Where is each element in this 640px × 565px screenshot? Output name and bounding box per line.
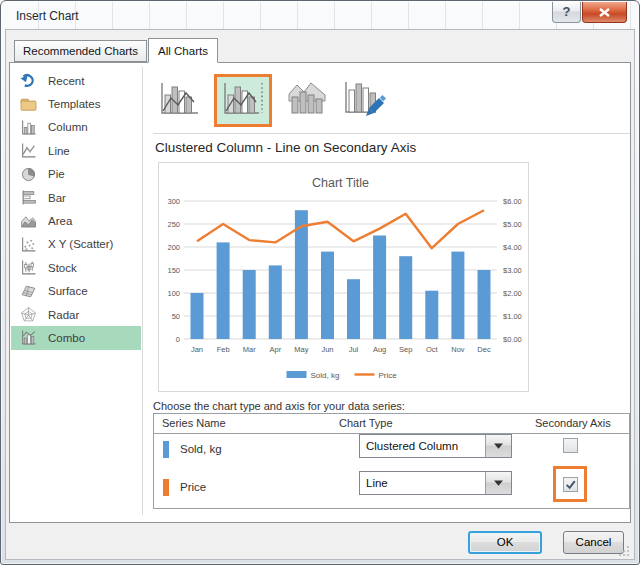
left-axis-tick: 300	[167, 197, 180, 206]
sidebar-item-surface[interactable]: Surface	[11, 280, 141, 303]
secondary-axis-highlight	[553, 466, 587, 502]
cancel-button[interactable]: Cancel	[563, 531, 624, 554]
x-axis-tick: May	[294, 345, 308, 354]
sidebar-item-column[interactable]: Column	[11, 116, 141, 139]
ok-button[interactable]: OK	[468, 531, 542, 554]
right-axis-tick: $3.00	[503, 266, 522, 275]
stacked-area-clustered-column-icon	[286, 81, 328, 119]
left-axis-tick: 150	[167, 266, 180, 275]
x-axis-tick: Mar	[243, 345, 256, 354]
left-axis-tick: 50	[172, 312, 180, 321]
sidebar-item-label: Column	[48, 121, 88, 133]
chart-type-value-sold: Clustered Column	[360, 435, 485, 457]
x-axis-tick: Jun	[321, 345, 333, 354]
price-line	[197, 210, 484, 248]
tab-all-charts[interactable]: All Charts	[148, 38, 218, 63]
sidebar-item-line[interactable]: Line	[11, 139, 141, 162]
bar-Jul	[347, 279, 360, 339]
recent-icon	[20, 72, 37, 89]
legend-swatch-sold	[287, 371, 307, 378]
bar-Jan	[191, 293, 204, 339]
left-axis-tick: 250	[167, 220, 180, 229]
area-chart-icon	[20, 213, 37, 230]
sidebar-item-recent[interactable]: Recent	[11, 69, 141, 92]
sidebar-item-label: Recent	[48, 75, 84, 87]
scatter-chart-icon	[20, 236, 37, 253]
help-icon: ?	[563, 4, 571, 19]
pie-chart-icon	[20, 166, 37, 183]
surface-chart-icon	[20, 283, 37, 300]
resize-grip[interactable]	[617, 544, 630, 557]
bar-Feb	[217, 242, 230, 339]
subtype-stacked-area-clustered-column[interactable]	[284, 78, 330, 122]
close-button[interactable]	[582, 2, 627, 23]
sidebar-divider	[142, 67, 143, 515]
tab-strip: Recommended Charts All Charts	[14, 38, 219, 62]
x-axis-tick: Jan	[191, 345, 203, 354]
sidebar-item-pie[interactable]: Pie	[11, 163, 141, 186]
chart-preview-panel: Chart Title0$0.0050$1.00100$2.00150$3.00…	[158, 162, 529, 392]
chart-type-dropdown-price[interactable]: Line	[359, 471, 512, 495]
x-axis-tick: Jul	[349, 345, 359, 354]
subtype-clustered-column-line-secondary-axis[interactable]	[214, 74, 272, 127]
sidebar-item-radar[interactable]: Radar	[11, 303, 141, 326]
help-button[interactable]: ?	[552, 2, 581, 23]
sidebar-item-label: Pie	[48, 168, 65, 180]
templates-icon	[20, 96, 37, 113]
stock-chart-icon	[20, 259, 37, 276]
bar-Mar	[243, 270, 256, 339]
subtype-custom-combination[interactable]	[342, 78, 388, 122]
sidebar-item-label: Surface	[48, 285, 88, 297]
dropdown-arrow-icon[interactable]	[485, 435, 511, 457]
chart-type-value-price: Line	[360, 472, 485, 494]
series-table: Series Name Chart Type Secondary Axis So…	[153, 413, 630, 509]
right-axis-tick: $5.00	[503, 220, 522, 229]
title-bar[interactable]: Insert Chart	[2, 2, 638, 29]
svg-text:Chart Title: Chart Title	[312, 176, 369, 190]
tab-recommended-charts[interactable]: Recommended Charts	[14, 40, 147, 62]
series-swatch-price	[163, 479, 169, 496]
subtype-divider	[153, 133, 630, 134]
sidebar-item-label: Line	[48, 145, 70, 157]
subtype-clustered-column-line[interactable]	[156, 78, 202, 122]
dropdown-arrow-icon[interactable]	[485, 472, 511, 494]
sidebar-item-label: Bar	[48, 192, 66, 204]
clustered-column-line-icon	[158, 81, 200, 119]
right-axis-tick: $6.00	[503, 197, 522, 206]
sidebar-item-scatter[interactable]: X Y (Scatter)	[11, 233, 141, 256]
legend-label-price: Price	[379, 371, 398, 380]
bar-Nov	[451, 252, 464, 339]
column-header-series-name: Series Name	[162, 417, 226, 429]
sidebar-item-stock[interactable]: Stock	[11, 256, 141, 279]
bar-Jun	[321, 252, 334, 339]
custom-combination-icon	[342, 80, 388, 120]
right-axis-tick: $4.00	[503, 243, 522, 252]
sidebar-item-label: Radar	[48, 309, 79, 321]
legend-label-sold: Sold, kg	[311, 371, 340, 380]
checkmark-icon	[565, 479, 576, 490]
chart-category-list: Recent Templates Column Line Pie Bar	[11, 69, 141, 350]
left-axis-tick: 100	[167, 289, 180, 298]
x-axis-tick: Sep	[399, 345, 412, 354]
column-header-chart-type: Chart Type	[339, 417, 393, 429]
chart-type-dropdown-sold[interactable]: Clustered Column	[359, 434, 512, 458]
secondary-axis-checkbox-sold[interactable]	[563, 438, 578, 453]
x-axis-tick: Apr	[269, 345, 281, 354]
sidebar-item-area[interactable]: Area	[11, 209, 141, 232]
column-header-secondary-axis: Secondary Axis	[535, 417, 611, 429]
dialog-frame: Insert Chart ? Recommended Charts All Ch…	[0, 0, 640, 565]
sidebar-item-combo[interactable]: Combo	[11, 326, 141, 349]
line-chart-icon	[20, 142, 37, 159]
sidebar-item-label: Stock	[48, 262, 77, 274]
sidebar-item-bar[interactable]: Bar	[11, 186, 141, 209]
secondary-axis-checkbox-price[interactable]	[563, 477, 578, 492]
series-name-sold: Sold, kg	[180, 443, 222, 455]
sidebar-item-templates[interactable]: Templates	[11, 92, 141, 115]
sidebar-item-label: Area	[48, 215, 72, 227]
series-swatch-sold	[163, 441, 169, 458]
series-prompt: Choose the chart type and axis for your …	[153, 400, 405, 412]
left-axis-tick: 200	[167, 243, 180, 252]
bar-Oct	[425, 291, 438, 339]
sidebar-item-label: Combo	[48, 332, 85, 344]
x-axis-tick: Feb	[217, 345, 230, 354]
